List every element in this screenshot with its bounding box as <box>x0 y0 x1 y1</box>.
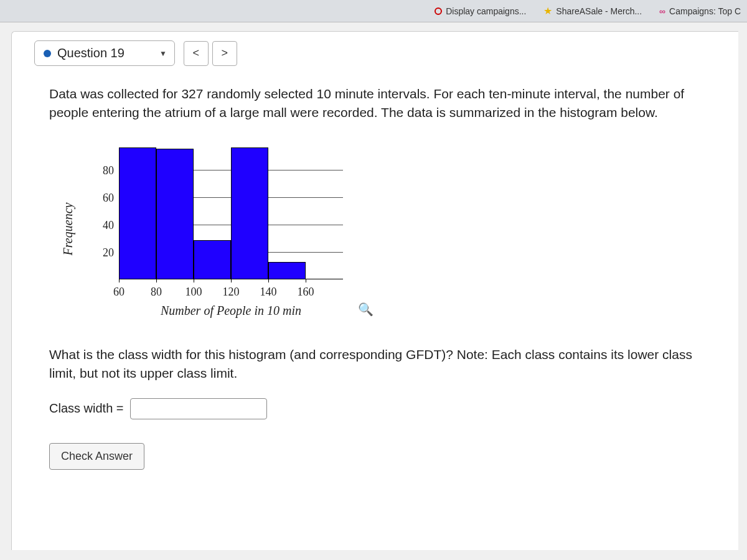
histogram-bar <box>119 147 156 279</box>
bookmark-display-campaigns[interactable]: Display campaigns... <box>435 6 526 16</box>
y-tick-label: 20 <box>103 245 114 261</box>
plot-area: 204060806080100120140160 <box>119 142 343 279</box>
y-tick-label: 60 <box>103 190 114 206</box>
x-tick <box>231 279 232 282</box>
x-axis-label: Number of People in 10 min <box>119 302 343 320</box>
histogram-bar <box>194 240 231 279</box>
x-tick <box>156 279 157 282</box>
bookmark-label: Display campaigns... <box>446 6 526 16</box>
x-tick <box>306 279 306 282</box>
answer-row: Class width = <box>49 398 710 419</box>
y-tick-label: 80 <box>103 162 114 179</box>
x-tick-label: 80 <box>151 284 162 300</box>
class-width-input[interactable] <box>130 398 267 419</box>
question-selector[interactable]: Question 19 ▼ <box>34 40 175 66</box>
x-tick-label: 160 <box>298 284 314 300</box>
answer-label: Class width = <box>49 399 124 418</box>
y-tick-label: 40 <box>103 217 114 233</box>
question-header: Question 19 ▼ < > <box>12 32 738 66</box>
bookmark-shareasale[interactable]: ★ ShareASale - Merch... <box>543 5 642 17</box>
infinity-icon: ∞ <box>659 6 665 16</box>
question-nav: < > <box>184 41 237 66</box>
circle-icon <box>435 7 442 15</box>
histogram-bar <box>231 147 268 279</box>
x-tick-label: 120 <box>223 284 240 300</box>
x-tick <box>119 279 120 282</box>
question-content: Data was collected for 327 randomly sele… <box>12 66 738 485</box>
bookmark-label: Campaigns: Top C <box>669 6 741 16</box>
x-tick-label: 60 <box>113 284 125 300</box>
question-followup: What is the class width for this histogr… <box>49 345 710 383</box>
star-icon: ★ <box>543 5 552 17</box>
magnify-icon[interactable]: 🔍 <box>358 301 374 319</box>
x-tick-label: 100 <box>186 284 202 300</box>
histogram-bar <box>268 262 306 278</box>
bars-group <box>119 142 306 279</box>
bookmarks-bar: Display campaigns... ★ ShareASale - Merc… <box>0 0 747 22</box>
y-axis-label: Frequency <box>59 202 77 255</box>
caret-down-icon: ▼ <box>159 49 167 58</box>
question-prompt: Data was collected for 327 randomly sele… <box>49 85 710 123</box>
question-label: Question 19 <box>57 46 125 60</box>
histogram-bar <box>156 149 194 279</box>
bookmark-label: ShareASale - Merch... <box>556 6 642 16</box>
histogram-chart: Frequency 204060806080100120140160 Numbe… <box>74 139 367 319</box>
question-panel: Question 19 ▼ < > Data was collected for… <box>11 31 738 550</box>
x-tick <box>268 279 269 282</box>
status-dot-icon <box>44 50 51 57</box>
x-tick-label: 140 <box>260 284 277 300</box>
x-tick <box>194 279 194 282</box>
prev-question-button[interactable]: < <box>184 41 209 66</box>
next-question-button[interactable]: > <box>212 41 237 66</box>
check-answer-button[interactable]: Check Answer <box>49 443 144 470</box>
bookmark-campaigns-top[interactable]: ∞ Campaigns: Top C <box>659 6 741 16</box>
